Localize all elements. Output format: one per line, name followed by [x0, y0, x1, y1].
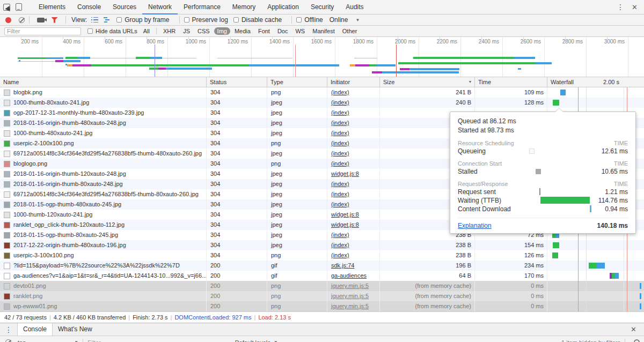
filter-icon[interactable] — [51, 17, 58, 23]
console-context-select[interactable]: top▼ — [18, 339, 78, 342]
show-overview-icon[interactable] — [104, 17, 111, 23]
initiator-link[interactable]: jquery.min.js:5 — [331, 282, 369, 289]
initiator-link[interactable]: widget.js:8 — [331, 221, 359, 228]
filter-pill-css[interactable]: CSS — [194, 27, 213, 35]
initiator-link[interactable]: (index) — [331, 99, 349, 106]
tab-elements[interactable]: Elements — [33, 0, 71, 14]
hide-data-urls-checkbox[interactable]: Hide data URLs — [87, 28, 137, 34]
drawer-tab-console[interactable]: Console — [17, 323, 53, 336]
waterfall-cell[interactable] — [547, 271, 644, 281]
clear-icon[interactable] — [19, 17, 25, 23]
initiator-link[interactable]: widget.js:8 — [331, 211, 359, 218]
close-drawer-icon[interactable]: ✕ — [628, 325, 639, 333]
column-header-status[interactable]: Status — [207, 77, 267, 87]
filter-pill-js[interactable]: JS — [180, 27, 193, 35]
table-row[interactable]: 2017-12-22-origin-thumb-480xauto-196.jpg… — [0, 240, 644, 250]
initiator-link[interactable]: (index) — [331, 201, 349, 207]
drawer-menu-icon[interactable]: ⋮ — [0, 325, 17, 334]
waterfall-cell[interactable] — [547, 261, 644, 271]
table-row[interactable]: ranklet.png200pngjquery.min.js:5(from me… — [0, 291, 644, 301]
filter-pill-manifest[interactable]: Manifest — [309, 27, 338, 35]
tab-memory[interactable]: Memory — [226, 0, 261, 14]
column-header-name[interactable]: Name — [0, 77, 207, 87]
throttling-select[interactable]: Online▼ — [330, 16, 360, 24]
column-header-waterfall[interactable]: Waterfall2.00 s — [547, 77, 644, 87]
offline-checkbox[interactable]: Offline — [296, 16, 323, 24]
initiator-cell: (index) — [327, 118, 380, 128]
record-button[interactable] — [5, 17, 11, 23]
filter-pill-ws[interactable]: WS — [292, 27, 308, 35]
network-overview[interactable]: 200 ms400 ms600 ms800 ms1000 ms1200 ms14… — [0, 37, 644, 77]
tab-audits[interactable]: Audits — [340, 0, 369, 14]
initiator-link[interactable]: (index) — [331, 109, 349, 116]
initiator-link[interactable]: sdk.js:74 — [331, 262, 354, 269]
column-header-size[interactable]: Size▾ — [380, 77, 475, 87]
tab-performance[interactable]: Performance — [178, 0, 226, 14]
initiator-link[interactable]: (index) — [331, 232, 349, 238]
request-name: 2018-01-16-origin-thumb-480xauto-248.jpg — [13, 118, 126, 128]
more-options-icon[interactable]: ⋮ — [613, 3, 627, 11]
table-row[interactable]: 1000-thumb-80xauto-241.jpg304jpeg(index)… — [0, 98, 644, 108]
waterfall-cell[interactable] — [547, 240, 644, 250]
tab-network[interactable]: Network — [142, 0, 178, 14]
waterfall-cell[interactable] — [547, 291, 644, 301]
initiator-link[interactable]: jquery.min.js:5 — [331, 293, 369, 299]
table-row[interactable]: userpic-3-100x100.png304png(index)238 B1… — [0, 250, 644, 261]
explanation-link[interactable]: Explanation — [458, 222, 492, 229]
initiator-link[interactable]: (index) — [331, 191, 349, 197]
table-row[interactable]: wp-ewww01.png200pngjquery.min.js:5(from … — [0, 301, 644, 311]
filter-pill-all[interactable]: All — [140, 27, 153, 35]
group-by-frame-checkbox[interactable]: Group by frame — [116, 16, 169, 24]
filter-bar: Hide data URLs AllXHRJSCSSImgMediaFontDo… — [0, 26, 644, 37]
table-row[interactable]: blogbk.png304png(index)241 B109 ms — [0, 87, 644, 98]
initiator-link[interactable]: (index) — [331, 160, 349, 167]
console-filter-placeholder[interactable]: Filter — [87, 339, 100, 342]
drawer-tab-what-s-new[interactable]: What's New — [53, 323, 98, 336]
filter-pill-other[interactable]: Other — [339, 27, 361, 35]
close-devtools-icon[interactable]: ✕ — [630, 3, 640, 11]
tab-application[interactable]: Application — [261, 0, 305, 14]
filter-pill-font[interactable]: Font — [255, 27, 273, 35]
tab-sources[interactable]: Sources — [107, 0, 142, 14]
request-name-cell: userpic-3-100x100.png — [0, 250, 207, 261]
large-rows-icon[interactable] — [91, 17, 98, 23]
table-row[interactable]: ga-audiences?v=1&aip=1&t=sr&_r=4&tid=UA-… — [0, 271, 644, 281]
initiator-link[interactable]: (index) — [331, 252, 349, 258]
column-header-initiator[interactable]: Initiator — [327, 77, 380, 87]
capture-screenshots-icon[interactable] — [37, 18, 45, 23]
tab-security[interactable]: Security — [305, 0, 340, 14]
column-header-type[interactable]: Type — [267, 77, 327, 87]
status-cell: 200 — [207, 281, 267, 291]
initiator-link[interactable]: (index) — [331, 242, 349, 248]
initiator-link[interactable]: (index) — [331, 181, 349, 187]
initiator-link[interactable]: (index) — [331, 89, 349, 95]
initiator-link[interactable]: widget.js:8 — [331, 170, 359, 177]
filter-pill-doc[interactable]: Doc — [274, 27, 291, 35]
inspect-element-icon[interactable] — [3, 4, 10, 11]
clear-console-icon[interactable] — [5, 339, 11, 342]
filter-pill-xhr[interactable]: XHR — [160, 27, 179, 35]
filter-input[interactable] — [4, 27, 81, 35]
table-row[interactable]: ?lid=115&payload=%7B%22source%22%3A%22js… — [0, 261, 644, 271]
filter-pill-media[interactable]: Media — [231, 27, 254, 35]
waterfall-cell[interactable] — [547, 98, 644, 108]
table-row[interactable]: devto01.png200pngjquery.min.js:5(from me… — [0, 281, 644, 291]
preserve-log-checkbox[interactable]: Preserve log — [184, 16, 228, 24]
waterfall-cell[interactable] — [547, 87, 644, 98]
initiator-link[interactable]: (index) — [331, 140, 349, 146]
tab-console[interactable]: Console — [71, 0, 107, 14]
initiator-link[interactable]: (index) — [331, 120, 349, 126]
initiator-link[interactable]: jquery.min.js:5 — [331, 303, 369, 309]
disable-cache-checkbox[interactable]: Disable cache — [233, 16, 282, 24]
console-settings-icon[interactable] — [634, 339, 640, 342]
device-toolbar-icon[interactable] — [16, 3, 22, 11]
waterfall-cell[interactable] — [547, 281, 644, 291]
filter-pill-img[interactable]: Img — [214, 27, 230, 35]
initiator-link[interactable]: ga-audiences — [331, 272, 367, 279]
column-header-time[interactable]: Time — [475, 77, 547, 87]
initiator-link[interactable]: (index) — [331, 130, 349, 136]
waterfall-cell[interactable] — [547, 301, 644, 311]
waterfall-cell[interactable] — [547, 250, 644, 261]
initiator-link[interactable]: (index) — [331, 150, 349, 157]
log-level-select[interactable]: Default levels▼ — [235, 339, 278, 342]
